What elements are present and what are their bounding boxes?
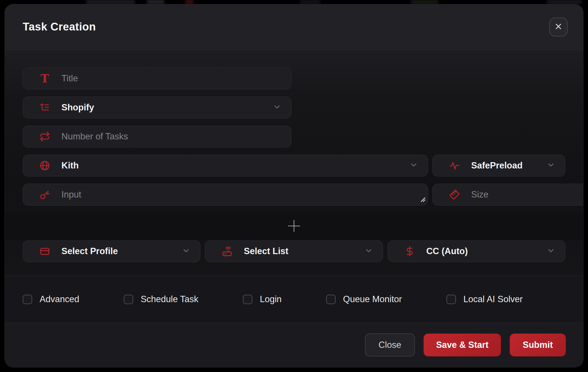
modal-body: T Shopify	[5, 50, 583, 276]
input-input[interactable]	[61, 189, 399, 200]
dollar-icon	[404, 246, 415, 257]
chevron-down-icon	[547, 161, 555, 170]
checkbox-box[interactable]	[243, 295, 252, 304]
payment-value: CC (Auto)	[426, 246, 468, 256]
checkbox-advanced[interactable]: Advanced	[23, 294, 79, 304]
platform-select[interactable]: Shopify	[23, 97, 291, 118]
checkbox-label: Queue Monitor	[343, 294, 402, 304]
modal-footer: Close Save & Start Submit	[5, 323, 583, 367]
checkbox-label: Advanced	[40, 294, 79, 304]
number-of-tasks-field[interactable]	[23, 126, 291, 147]
title-input[interactable]	[61, 73, 262, 84]
close-button[interactable]: Close	[365, 333, 415, 356]
globe-icon	[39, 160, 51, 171]
checkbox-box[interactable]	[124, 295, 133, 304]
page-title: Task Creation	[23, 21, 96, 33]
chevron-down-icon	[547, 246, 555, 256]
size-field[interactable]	[432, 184, 583, 206]
checkbox-schedule-task[interactable]: Schedule Task	[124, 294, 198, 304]
router-icon	[221, 246, 233, 257]
options-section: Advanced Schedule Task Login Queue Monit…	[5, 276, 583, 323]
resize-handle[interactable]	[420, 197, 426, 204]
plus-icon	[287, 219, 301, 234]
background-blob	[411, 0, 438, 4]
title-field[interactable]: T	[23, 68, 291, 89]
number-of-tasks-input[interactable]	[61, 131, 262, 142]
credit-card-icon	[39, 246, 51, 257]
proxy-list-value: Select List	[244, 246, 288, 256]
task-creation-modal: Task Creation T	[5, 4, 583, 367]
save-and-start-button[interactable]: Save & Start	[423, 333, 501, 356]
list-tree-icon	[39, 102, 51, 113]
chevron-down-icon	[273, 103, 281, 112]
add-task-group-button[interactable]	[5, 213, 583, 240]
checkbox-box[interactable]	[326, 295, 336, 304]
input-field[interactable]	[23, 184, 428, 206]
repeat-icon	[39, 131, 51, 142]
text-icon: T	[39, 73, 51, 84]
checkbox-login[interactable]: Login	[243, 294, 282, 304]
activity-icon	[449, 160, 460, 171]
site-select[interactable]: Kith	[23, 155, 428, 177]
background-blob	[185, 0, 193, 4]
chevron-down-icon	[364, 246, 373, 256]
checkbox-label: Schedule Task	[141, 294, 198, 304]
checkbox-label: Local AI Solver	[463, 294, 523, 304]
close-icon	[555, 23, 562, 31]
platform-value: Shopify	[61, 102, 94, 113]
profile-select[interactable]: Select Profile	[23, 240, 200, 262]
mode-value: SafePreload	[471, 160, 523, 171]
chevron-down-icon	[409, 161, 418, 170]
profile-value: Select Profile	[61, 246, 118, 256]
background-blob	[547, 0, 581, 4]
background-blob	[147, 0, 164, 4]
checkbox-box[interactable]	[23, 295, 32, 304]
submit-button[interactable]: Submit	[510, 333, 566, 356]
checkbox-label: Login	[260, 294, 282, 304]
checkbox-box[interactable]	[446, 295, 456, 304]
close-modal-button[interactable]	[549, 18, 568, 37]
modal-header: Task Creation	[5, 4, 583, 50]
checkbox-queue-monitor[interactable]: Queue Monitor	[326, 294, 402, 304]
background-blob	[300, 0, 320, 4]
chevron-down-icon	[182, 246, 190, 256]
site-value: Kith	[61, 160, 79, 171]
checkbox-local-ai-solver[interactable]: Local AI Solver	[446, 294, 523, 304]
ruler-icon	[449, 189, 460, 200]
key-icon	[39, 189, 51, 200]
proxy-list-select[interactable]: Select List	[205, 240, 383, 262]
payment-select[interactable]: CC (Auto)	[388, 240, 565, 262]
background-blob	[86, 0, 135, 4]
size-input[interactable]	[471, 189, 583, 200]
mode-select[interactable]: SafePreload	[432, 155, 565, 177]
